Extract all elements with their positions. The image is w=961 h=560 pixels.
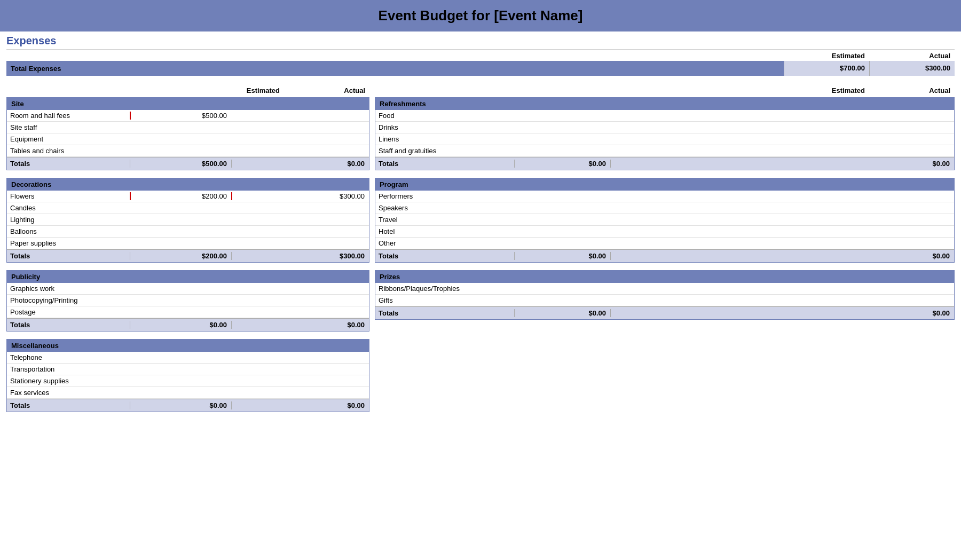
refreshments-totals-row: Totals $0.00 $0.00 xyxy=(375,157,954,170)
prizes-title: Prizes xyxy=(375,271,954,283)
totals-label: Totals xyxy=(375,160,514,168)
totals-label: Totals xyxy=(375,252,514,260)
row-label: Gifts xyxy=(375,296,514,304)
table-row: Stationery supplies xyxy=(7,375,369,387)
totals-estimated: $0.00 xyxy=(514,160,610,168)
totals-actual: $0.00 xyxy=(610,252,954,260)
table-row: Gifts xyxy=(375,295,954,306)
table-row: Room and hall fees $500.00 xyxy=(7,110,369,122)
row-label: Ribbons/Plaques/Trophies xyxy=(375,285,514,293)
row-label: Equipment xyxy=(7,135,130,143)
program-section: Program Performers Speakers Travel xyxy=(375,178,955,263)
miscellaneous-title: Miscellaneous xyxy=(7,340,369,352)
table-row: Linens xyxy=(375,133,954,145)
row-actual[interactable]: $300.00 xyxy=(231,192,369,200)
total-label-cell: Total Expenses xyxy=(6,65,784,73)
row-label: Stationery supplies xyxy=(7,377,130,385)
table-row: Performers xyxy=(375,191,954,202)
table-row: Flowers $200.00 $300.00 xyxy=(7,191,369,202)
site-title: Site xyxy=(7,98,369,110)
total-col-estimated: Estimated xyxy=(784,52,869,60)
miscellaneous-totals-row: Totals $0.00 $0.00 xyxy=(7,399,369,412)
row-label: Transportation xyxy=(7,365,130,373)
row-estimated[interactable]: $500.00 xyxy=(130,112,231,120)
row-label: Other xyxy=(375,239,514,247)
left-header-estimated: Estimated xyxy=(183,86,284,94)
row-label: Postage xyxy=(7,308,130,316)
totals-actual: $0.00 xyxy=(231,321,369,329)
totals-estimated: $0.00 xyxy=(130,401,231,409)
page-title: Event Budget for [Event Name] xyxy=(0,7,961,24)
totals-label: Totals xyxy=(7,252,130,260)
table-row: Candles xyxy=(7,202,369,214)
totals-actual: $0.00 xyxy=(610,160,954,168)
row-label: Linens xyxy=(375,135,514,143)
site-section: Site Room and hall fees $500.00 Site sta… xyxy=(6,97,369,170)
total-expenses-bar: Total Expenses $700.00 $300.00 xyxy=(6,61,955,76)
table-row: Balloons xyxy=(7,226,369,238)
miscellaneous-section: Miscellaneous Telephone Transportation S… xyxy=(6,339,369,412)
table-row: Telephone xyxy=(7,352,369,364)
totals-estimated: $0.00 xyxy=(514,309,610,317)
total-actual-value: $300.00 xyxy=(869,61,955,76)
row-label: Lighting xyxy=(7,216,130,224)
totals-label: Totals xyxy=(7,321,130,329)
expenses-label: Expenses xyxy=(6,35,955,47)
refreshments-title: Refreshments xyxy=(375,98,954,110)
table-row: Transportation xyxy=(7,364,369,375)
row-label: Speakers xyxy=(375,204,514,212)
table-row: Food xyxy=(375,110,954,122)
row-label: Flowers xyxy=(7,192,130,200)
row-label: Fax services xyxy=(7,389,130,397)
left-column: Estimated Actual Site Room and hall fees… xyxy=(6,84,369,420)
publicity-section: Publicity Graphics work Photocopying/Pri… xyxy=(6,270,369,332)
prizes-section: Prizes Ribbons/Plaques/Trophies Gifts To… xyxy=(375,270,955,320)
decorations-totals-row: Totals $200.00 $300.00 xyxy=(7,249,369,262)
row-label: Tables and chairs xyxy=(7,147,130,155)
site-totals-row: Totals $500.00 $0.00 xyxy=(7,157,369,170)
table-row: Travel xyxy=(375,214,954,226)
decorations-section: Decorations Flowers $200.00 $300.00 Cand… xyxy=(6,178,369,263)
row-label: Food xyxy=(375,112,616,120)
row-estimated[interactable]: $200.00 xyxy=(130,192,231,200)
row-label: Travel xyxy=(375,216,514,224)
table-row: Hotel xyxy=(375,226,954,238)
row-label: Performers xyxy=(375,192,514,200)
row-label: Paper supplies xyxy=(7,239,130,247)
table-row: Ribbons/Plaques/Trophies xyxy=(375,283,954,295)
publicity-totals-row: Totals $0.00 $0.00 xyxy=(7,318,369,331)
row-label: Balloons xyxy=(7,227,130,235)
totals-estimated: $0.00 xyxy=(514,252,610,260)
totals-label: Totals xyxy=(7,401,130,409)
title-bar: Event Budget for [Event Name] xyxy=(0,0,961,31)
row-label: Site staff xyxy=(7,123,130,131)
right-header-estimated: Estimated xyxy=(768,86,869,94)
table-row: Paper supplies xyxy=(7,238,369,249)
right-header-actual: Actual xyxy=(869,86,955,94)
totals-actual: $0.00 xyxy=(610,309,954,317)
table-row: Fax services xyxy=(7,387,369,399)
program-totals-row: Totals $0.00 $0.00 xyxy=(375,249,954,262)
page: Event Budget for [Event Name] Expenses E… xyxy=(0,0,961,560)
total-col-actual: Actual xyxy=(869,52,955,60)
total-values: $700.00 $300.00 xyxy=(784,61,955,76)
right-col-headers: Estimated Actual xyxy=(375,84,955,96)
table-row: Photocopying/Printing xyxy=(7,295,369,306)
totals-estimated: $500.00 xyxy=(130,160,231,168)
table-row: Speakers xyxy=(375,202,954,214)
program-title: Program xyxy=(375,178,954,191)
refreshments-section: Refreshments Food Drinks Linens xyxy=(375,97,955,170)
row-label: Telephone xyxy=(7,353,130,361)
totals-actual: $300.00 xyxy=(231,252,369,260)
main-content: Estimated Actual Site Room and hall fees… xyxy=(0,78,961,420)
publicity-title: Publicity xyxy=(7,271,369,283)
left-col-headers: Estimated Actual xyxy=(6,84,369,96)
row-label: Candles xyxy=(7,204,130,212)
table-row: Lighting xyxy=(7,214,369,226)
totals-estimated: $0.00 xyxy=(130,321,231,329)
right-column: Estimated Actual Refreshments Food Drink… xyxy=(375,84,955,420)
table-row: Site staff xyxy=(7,122,369,133)
table-row: Drinks xyxy=(375,122,954,133)
prizes-totals-row: Totals $0.00 $0.00 xyxy=(375,306,954,319)
row-label: Room and hall fees xyxy=(7,112,130,120)
